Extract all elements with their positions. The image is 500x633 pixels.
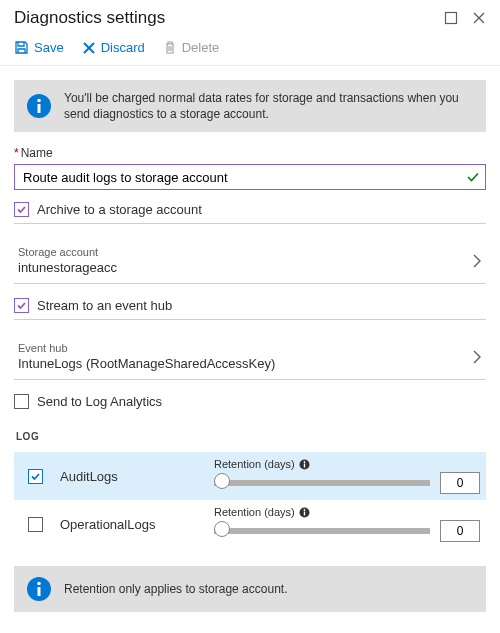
- operationallogs-name: OperationalLogs: [60, 517, 200, 532]
- delete-label: Delete: [182, 40, 220, 55]
- divider: [14, 319, 486, 320]
- close-icon[interactable]: [472, 11, 486, 25]
- event-hub-label: Event hub: [18, 342, 275, 354]
- storage-account-value: intunestorageacc: [18, 260, 117, 275]
- info-icon[interactable]: [299, 507, 310, 518]
- auditlogs-checkbox[interactable]: [28, 469, 43, 484]
- delete-icon: [163, 40, 177, 55]
- delete-button: Delete: [163, 40, 220, 55]
- operationallogs-checkbox[interactable]: [28, 517, 43, 532]
- stream-checkbox[interactable]: [14, 298, 29, 313]
- chevron-right-icon: [472, 349, 482, 365]
- required-asterisk: *: [14, 146, 19, 160]
- stream-option[interactable]: Stream to an event hub: [14, 298, 486, 313]
- discard-label: Discard: [101, 40, 145, 55]
- command-bar: Save Discard Delete: [0, 34, 500, 66]
- event-hub-selector[interactable]: Event hub IntuneLogs (RootManageSharedAc…: [14, 332, 486, 380]
- operationallogs-retention-slider[interactable]: [214, 528, 430, 534]
- info-icon[interactable]: [299, 459, 310, 470]
- svg-point-12: [37, 582, 41, 586]
- svg-rect-2: [38, 104, 41, 113]
- svg-point-6: [303, 461, 305, 463]
- save-icon: [14, 40, 29, 55]
- log-analytics-label: Send to Log Analytics: [37, 394, 162, 409]
- svg-point-3: [37, 99, 41, 103]
- auditlogs-retention-value[interactable]: [440, 472, 480, 494]
- discard-icon: [82, 41, 96, 55]
- svg-rect-5: [304, 463, 305, 467]
- operationallogs-retention-value[interactable]: [440, 520, 480, 542]
- pane-header: Diagnostics settings: [0, 0, 500, 34]
- operationallogs-retention: Retention (days): [214, 506, 480, 542]
- storage-account-selector[interactable]: Storage account intunestorageacc: [14, 236, 486, 284]
- auditlogs-name: AuditLogs: [60, 469, 200, 484]
- auditlogs-retention-slider[interactable]: [214, 480, 430, 486]
- archive-checkbox[interactable]: [14, 202, 29, 217]
- save-button[interactable]: Save: [14, 40, 64, 55]
- storage-charge-text: You'll be charged normal data rates for …: [64, 90, 474, 122]
- divider: [14, 223, 486, 224]
- name-label: * Name: [14, 146, 486, 160]
- svg-point-9: [303, 509, 305, 511]
- svg-rect-11: [38, 587, 41, 596]
- storage-account-label: Storage account: [18, 246, 117, 258]
- page-title: Diagnostics settings: [14, 8, 165, 28]
- svg-rect-0: [446, 13, 457, 24]
- content-area: You'll be charged normal data rates for …: [0, 66, 500, 612]
- auditlogs-retention: Retention (days): [214, 458, 480, 494]
- header-icon-group: [444, 11, 486, 25]
- retention-info: Retention only applies to storage accoun…: [14, 566, 486, 612]
- event-hub-value: IntuneLogs (RootManageSharedAccessKey): [18, 356, 275, 371]
- valid-check-icon: [466, 170, 480, 184]
- maximize-icon[interactable]: [444, 11, 458, 25]
- info-icon: [26, 576, 52, 602]
- archive-label: Archive to a storage account: [37, 202, 202, 217]
- storage-charge-info: You'll be charged normal data rates for …: [14, 80, 486, 132]
- log-row-auditlogs[interactable]: AuditLogs Retention (days): [14, 452, 486, 500]
- retention-info-text: Retention only applies to storage accoun…: [64, 581, 287, 597]
- svg-rect-8: [304, 511, 305, 515]
- discard-button[interactable]: Discard: [82, 40, 145, 55]
- chevron-right-icon: [472, 253, 482, 269]
- log-analytics-option[interactable]: Send to Log Analytics: [14, 394, 486, 409]
- save-label: Save: [34, 40, 64, 55]
- info-icon: [26, 93, 52, 119]
- diagnostics-settings-pane: Diagnostics settings Save Discard Delete: [0, 0, 500, 612]
- archive-option[interactable]: Archive to a storage account: [14, 202, 486, 217]
- log-row-operationallogs[interactable]: OperationalLogs Retention (days): [14, 500, 486, 548]
- name-field-row: [14, 164, 486, 190]
- log-analytics-checkbox[interactable]: [14, 394, 29, 409]
- log-section-heading: LOG: [16, 431, 486, 442]
- stream-label: Stream to an event hub: [37, 298, 172, 313]
- name-input[interactable]: [14, 164, 486, 190]
